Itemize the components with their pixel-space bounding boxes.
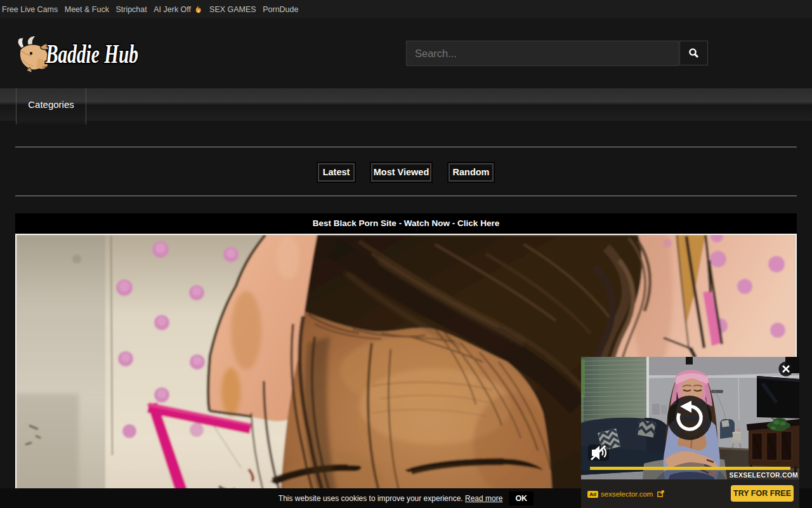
svg-text:SEXSELECTOR.COM: SEXSELECTOR.COM [730,471,798,479]
svg-text:Baddie Hub: Baddie Hub [45,39,138,69]
